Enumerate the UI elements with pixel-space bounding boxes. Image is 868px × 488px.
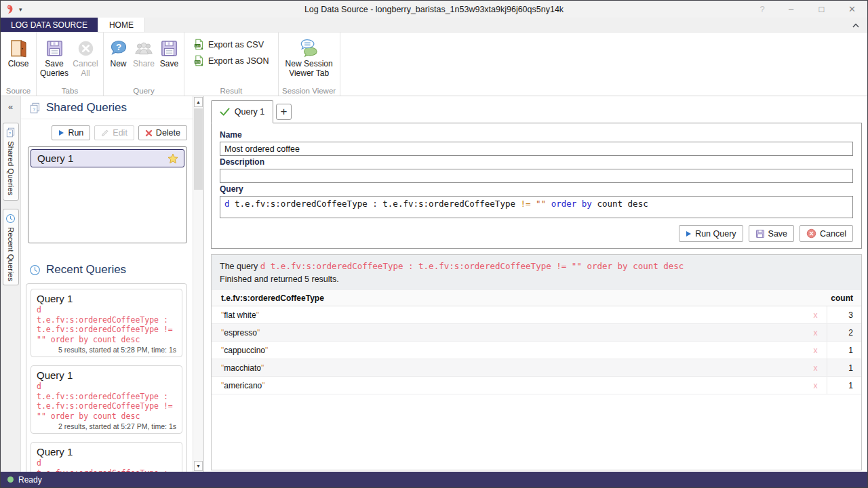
edit-shared-query-button[interactable]: Edit (94, 125, 134, 140)
shared-queries-icon: ? (5, 127, 16, 138)
workspace: « ? Shared Queries Recent Queries ? (1, 96, 867, 472)
people-icon (133, 37, 155, 60)
title-bar: ▾ Log Data Source - longberry_baristas_1… (1, 1, 867, 18)
side-rail: « ? Shared Queries Recent Queries (1, 96, 21, 472)
group-label-query: Query (104, 87, 184, 95)
tab-log-data-source[interactable]: LOG DATA SOURCE (1, 18, 98, 32)
floppy-disk-icon (755, 229, 765, 239)
rail-tab-shared-queries[interactable]: ? Shared Queries (3, 123, 19, 201)
new-session-viewer-tab-button[interactable]: New Session Viewer Tab (281, 35, 338, 78)
status-text: Ready (18, 475, 42, 485)
svg-text:?: ? (33, 106, 35, 111)
name-input[interactable] (220, 142, 853, 156)
add-tab-button[interactable]: + (276, 104, 292, 120)
remove-row-icon[interactable]: x (804, 324, 827, 341)
remove-row-icon[interactable]: x (804, 359, 827, 376)
cancel-all-button[interactable]: Cancel All (70, 35, 101, 78)
cancel-form-button[interactable]: Cancel (800, 225, 853, 242)
delete-shared-query-button[interactable]: Delete (138, 125, 187, 140)
minimize-button[interactable]: – (776, 1, 806, 18)
collapse-ribbon-icon[interactable] (850, 19, 862, 31)
save-form-button[interactable]: Save (749, 225, 795, 242)
help-button[interactable]: ? (749, 1, 776, 18)
rail-tab-recent-queries[interactable]: Recent Queries (3, 209, 19, 286)
scroll-down-icon[interactable]: ▼ (194, 461, 203, 471)
question-bubble-icon: ? (108, 37, 130, 60)
maximize-button[interactable]: □ (806, 1, 837, 18)
play-icon (686, 230, 692, 237)
query-tab[interactable]: Query 1 (211, 100, 273, 123)
collapse-sidebar-icon[interactable]: « (1, 102, 20, 112)
group-label-session-viewer: Session Viewer (279, 87, 340, 95)
remove-row-icon[interactable]: x (804, 342, 827, 359)
query-label: Query (220, 184, 853, 194)
chat-bubbles-icon (298, 37, 320, 60)
row-count: 1 (827, 346, 853, 355)
share-query-button[interactable]: Share (131, 35, 157, 69)
save-query-button[interactable]: Save (157, 35, 182, 69)
new-query-button[interactable]: ? New (106, 35, 131, 69)
results-info: The query d t.e.fv:s:orderedCoffeeType :… (212, 255, 861, 290)
close-source-button[interactable]: Close (3, 35, 34, 69)
recent-queries-list: Query 1 d t.e.fv:s:orderedCoffeeType : t… (26, 283, 187, 472)
status-bar: Ready (1, 472, 867, 487)
run-query-button[interactable]: Run Query (679, 225, 743, 242)
pencil-icon (101, 129, 109, 137)
save-queries-button[interactable]: Save Queries (39, 35, 70, 78)
svg-text:CSV: CSV (195, 45, 200, 47)
favorite-star-icon[interactable] (167, 153, 178, 164)
group-label-tabs: Tabs (37, 87, 103, 95)
group-label-result: Result (184, 87, 278, 95)
cancel-circle-icon (806, 228, 816, 239)
export-csv-button[interactable]: CSV Export as CSV (191, 37, 272, 52)
row-count: 3 (827, 310, 853, 320)
ribbon-group-source: Close Source (1, 33, 37, 96)
scrollbar-thumb[interactable] (194, 108, 203, 190)
query-form-panel: Name Description Query d t.e.fv:s:ordere… (211, 123, 862, 249)
result-row[interactable]: "cappuccino" x 1 (212, 342, 861, 359)
result-row[interactable]: "americano" x 1 (212, 377, 861, 394)
recent-query-card[interactable]: Query 1 d t.e.fv:s:orderedCoffeeType : t… (31, 289, 182, 357)
checkmark-icon (220, 108, 230, 116)
window-title: Log Data Source - longberry_baristas_1n5… (1, 5, 867, 14)
tab-home[interactable]: HOME (98, 18, 145, 32)
close-window-button[interactable]: ✕ (837, 1, 867, 18)
result-row[interactable]: "macchiato" x 1 (212, 359, 861, 377)
clock-icon (29, 264, 41, 276)
column-header-value[interactable]: t.e.fv:s:orderedCoffeeType (221, 293, 804, 303)
svg-text:?: ? (115, 42, 121, 52)
results-panel: The query d t.e.fv:s:orderedCoffeeType :… (211, 254, 862, 470)
shared-queries-toolbar: Run Edit Delete (21, 119, 193, 144)
side-panel: ? Shared Queries Run Edit Dele (21, 96, 204, 472)
results-table-header: t.e.fv:s:orderedCoffeeType count (212, 290, 861, 306)
shared-query-item[interactable]: Query 1 (31, 149, 184, 167)
run-shared-query-button[interactable]: Run (52, 125, 90, 140)
recent-query-card[interactable]: Query 1 d t.e.fv:s:orderedCoffeeType : t… (31, 442, 182, 472)
result-row[interactable]: "flat white" x 3 (212, 306, 861, 324)
result-row[interactable]: "espresso" x 2 (212, 324, 861, 342)
csv-file-icon: CSV (193, 39, 205, 50)
shared-queries-header: ? Shared Queries (21, 96, 193, 119)
shared-queries-icon: ? (29, 102, 41, 114)
ribbon-group-tabs: Save Queries Cancel All Tabs (37, 33, 104, 96)
column-header-count[interactable]: count (827, 293, 853, 303)
remove-row-icon[interactable]: x (804, 306, 827, 323)
recent-queries-header: Recent Queries (21, 258, 193, 281)
door-icon (7, 37, 29, 60)
ribbon-group-query: ? New Share Save Query (104, 33, 184, 96)
export-json-button[interactable]: JSON Export as JSON (191, 54, 272, 68)
recent-query-card[interactable]: Query 1 d t.e.fv:s:orderedCoffeeType : t… (31, 365, 182, 434)
ribbon: Close Source Save Queries Cancel All Tab… (1, 33, 867, 96)
ribbon-tab-row: LOG DATA SOURCE HOME (1, 18, 867, 33)
row-count: 1 (827, 363, 853, 373)
scroll-up-icon[interactable]: ▲ (194, 97, 203, 107)
shared-queries-list: Query 1 (28, 146, 187, 243)
sidebar-scrollbar[interactable]: ▲ ▼ (193, 96, 203, 472)
ribbon-group-session-viewer: New Session Viewer Tab Session Viewer (279, 33, 340, 96)
description-input[interactable] (220, 169, 853, 183)
svg-text:JSON: JSON (195, 61, 200, 64)
query-editor[interactable]: d t.e.fv:s:orderedCoffeeType : t.e.fv:s:… (220, 196, 853, 218)
floppy-disk-icon (43, 37, 65, 60)
red-x-icon (145, 129, 153, 137)
remove-row-icon[interactable]: x (804, 377, 827, 394)
